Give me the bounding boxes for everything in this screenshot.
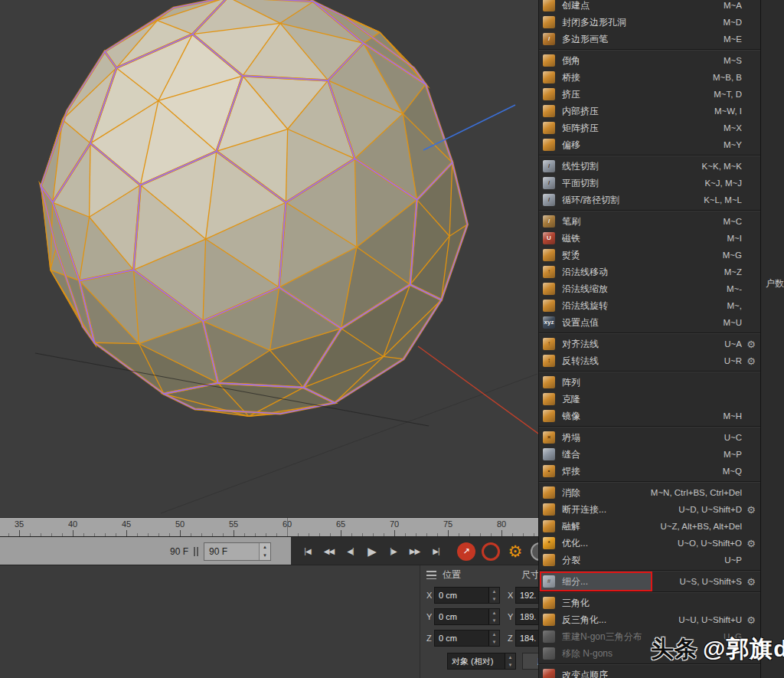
annotation-red-box [540,572,652,591]
menu-item-collapse[interactable]: ×坍塌U~C [539,429,760,446]
menu-item-disconnect[interactable]: 断开连接...U~D, U~Shift+D⚙ [539,501,760,518]
menu-item-shortcut: M~Z [724,267,742,277]
gear-options-icon[interactable]: ⚙ [745,339,757,350]
menu-item-change-point-order[interactable]: 改变点顺序 [539,667,760,678]
go-to-start-button[interactable]: |◀ [297,541,318,562]
menu-item-label: 融解 [562,520,661,533]
menu-item-extrude-inner[interactable]: 内部挤压M~W, I [539,103,760,120]
menu-item-shortcut: K~K, M~K [702,162,742,171]
current-frame-field[interactable]: 90 F ▲▼ [204,542,271,561]
menu-item-scale-along-normals[interactable]: 沿法线缩放M~- [539,280,760,297]
frame-value[interactable]: 90 F [204,546,259,557]
keying-options-gear-button[interactable]: ⚙ [506,542,524,561]
3d-viewport[interactable] [0,0,538,517]
menu-item-label: 坍塌 [562,431,724,444]
menu-item-shortcut: K~J, M~J [704,179,742,188]
menu-item-stitch-and-sew[interactable]: 缝合M~P [539,446,760,463]
menu-item-optimize[interactable]: *优化...U~O, U~Shift+O⚙ [539,535,760,552]
record-active-objects-button[interactable]: ↗ [457,542,475,561]
position-z-field[interactable]: 0 cm▲▼ [434,630,500,647]
bridge-icon [543,71,555,84]
menu-item-smooth-shift[interactable]: 偏移M~Y [539,136,760,153]
coordinate-mode-dropdown[interactable]: 对象 (相对) ▲▼ [447,653,516,670]
menu-item-array[interactable]: 阵列 [539,374,760,391]
menu-item-bridge[interactable]: 桥接M~B, B [539,69,760,86]
autokeying-button[interactable] [482,542,500,561]
menu-item-create-point[interactable]: 创建点M~A [539,0,760,14]
next-frame-button[interactable]: |▶ [383,541,403,562]
menu-item-shortcut: M~C [723,217,742,226]
coordinate-mode-value[interactable]: 对象 (相对) [448,656,505,667]
menu-item-label: 断开连接... [562,503,678,516]
menu-item-shortcut: M~W, I [714,106,742,116]
spinner-arrows-icon[interactable]: ▲▼ [488,609,499,624]
menu-item-bevel[interactable]: 倒角M~S [539,52,760,69]
menu-item-mirror[interactable]: 镜像M~H [539,408,760,424]
panel-menu-icon[interactable] [426,571,436,579]
menu-item-rotate-along-normals[interactable]: 沿法线旋转M~, [539,297,760,314]
menu-item-extrude[interactable]: 挤压M~T, D [539,86,760,103]
timeline-range-bar[interactable]: 90 F 90 F ▲▼ [0,537,291,565]
menu-item-label: 对齐法线 [562,338,724,351]
size-x-label: X [508,591,515,600]
menu-item-untriangulate[interactable]: 反三角化...U~U, U~Shift+U⚙ [539,611,760,628]
menu-item-melt[interactable]: 融解U~Z, Alt+BS, Alt+Del [539,518,760,535]
menu-item-split[interactable]: 分裂U~P [539,552,760,568]
previous-key-button[interactable]: ◀◀ [318,541,339,562]
ruler-tick-65: 65 [336,519,345,529]
plane-cut-icon: / [543,177,555,189]
position-z-value[interactable]: 0 cm [435,634,488,643]
go-to-end-button[interactable]: ▶| [426,541,446,562]
dropdown-arrows-icon[interactable]: ▲▼ [505,653,515,669]
gear-options-icon[interactable]: ⚙ [745,355,757,367]
menu-item-label: 优化... [562,537,678,550]
menu-item-iron[interactable]: 熨烫M~G [539,247,760,264]
menu-item-label: 矩阵挤压 [562,122,724,135]
menu-item-move-along-normals[interactable]: ↑沿法线移动M~Z [539,264,760,280]
menu-item-reverse-normals[interactable]: ↕反转法线U~R⚙ [539,352,760,369]
menu-item-shortcut: U~O, U~Shift+O [678,539,742,548]
menu-item-plane-cut[interactable]: /平面切割K~J, M~J [539,175,760,192]
magnet-icon: U [543,232,555,244]
gear-options-icon[interactable]: ⚙ [745,614,757,626]
position-x-field[interactable]: 0 cm▲▼ [434,587,500,604]
menu-item-brush[interactable]: /笔刷M~C [539,213,760,230]
menu-item-triangulate[interactable]: 三角化 [539,594,760,611]
menu-item-magnet[interactable]: U磁铁M~I [539,230,760,247]
menu-item-weld[interactable]: •焊接M~Q [539,463,760,480]
gear-options-icon[interactable]: ⚙ [745,576,757,588]
spinner-arrows-icon[interactable]: ▲▼ [488,588,499,603]
menu-item-clone[interactable]: 克隆 [539,391,760,408]
menu-item-matrix-extrude[interactable]: 矩阵挤压M~X [539,120,760,136]
position-y-field[interactable]: 0 cm▲▼ [434,608,500,625]
menu-item-shortcut: M~G [723,251,742,260]
menu-item-set-point-value[interactable]: xyz设置点值M~U [539,314,760,331]
play-forwards-button[interactable]: ▶ [361,541,382,562]
range-divider[interactable] [193,547,199,556]
menu-item-label: 设置点值 [562,316,723,329]
menu-item-polygon-pen[interactable]: /多边形画笔M~E [539,31,760,47]
position-y-label: Y [426,612,434,621]
gear-options-icon[interactable]: ⚙ [745,504,757,516]
menu-item-shortcut: U~U, U~Shift+U [678,615,742,624]
spinner-arrows-icon[interactable]: ▲▼ [488,631,499,646]
bottom-dock: 位置 尺寸 X0 cm▲▼X192.Y0 cm▲▼Y189.Z0 cm▲▼Z18… [0,565,538,678]
menu-item-loop-path-cut[interactable]: /循环/路径切割K~L, M~L [539,192,760,208]
menu-item-dissolve[interactable]: 消除M~N, Ctrl+BS, Ctrl+Del [539,484,760,501]
position-y-value[interactable]: 0 cm [435,612,488,621]
next-key-button[interactable]: ▶▶ [404,541,425,562]
menu-item-close-polygon-hole[interactable]: 封闭多边形孔洞M~D [539,14,760,31]
menu-item-label: 桥接 [562,71,713,84]
previous-frame-button[interactable]: ◀| [340,541,361,562]
menu-item-line-cut[interactable]: /线性切割K~K, M~K [539,158,760,175]
frame-spinner[interactable]: ▲▼ [259,543,270,560]
move-along-normals-icon: ↑ [543,266,555,278]
line-cut-icon: / [543,160,555,172]
menu-item-align-normals[interactable]: ↑对齐法线U~A⚙ [539,336,760,352]
position-x-value[interactable]: 0 cm [435,591,488,600]
watermark-brand: 头条 [651,636,698,661]
position-x-label: X [426,591,434,600]
current-frame-marker[interactable] [287,518,288,537]
timeline-ruler[interactable]: 35404550556065707580 [0,517,538,537]
gear-options-icon[interactable]: ⚙ [745,538,757,549]
